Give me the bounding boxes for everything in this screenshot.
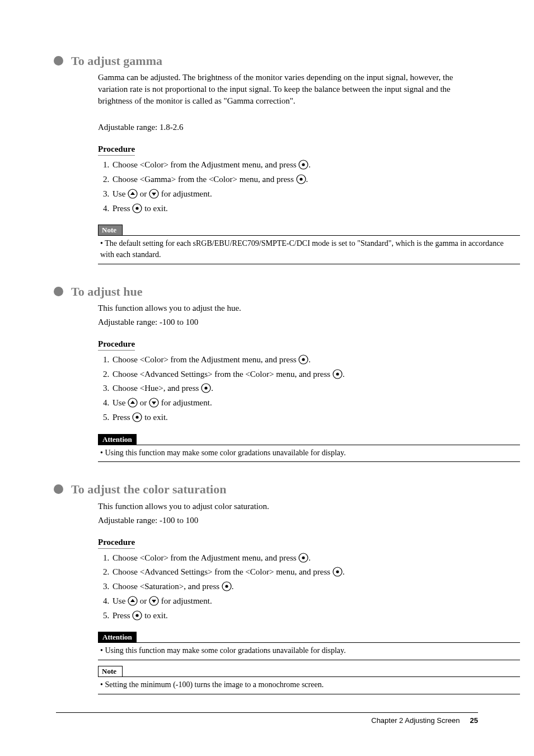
svg-point-13 xyxy=(205,387,208,390)
step-text: to exit. xyxy=(142,413,167,422)
svg-point-17 xyxy=(136,416,139,418)
enter-icon xyxy=(298,160,308,174)
note-label: Note xyxy=(98,225,123,236)
step-text: for adjustment. xyxy=(159,398,212,407)
step-text: Choose <Color> from the Adjustment menu,… xyxy=(113,553,298,562)
step-text: Use xyxy=(113,596,128,605)
step-text: to exit. xyxy=(142,204,167,213)
enter-icon xyxy=(132,412,142,426)
proc-step: Choose <Color> from the Adjustment menu,… xyxy=(111,354,478,368)
proc-step: Choose <Gamma> from the <Color> menu, an… xyxy=(111,174,478,188)
heading-row: To adjust hue xyxy=(56,284,478,299)
bullet-icon xyxy=(54,287,63,296)
section-intro: Gamma can be adjusted. The brightness of… xyxy=(98,72,478,107)
svg-point-27 xyxy=(136,614,139,617)
divider xyxy=(98,660,520,660)
proc-step: Use or for adjustment. xyxy=(111,188,478,203)
enter-icon xyxy=(332,567,343,581)
procedure-list: Choose <Color> from the Adjustment menu,… xyxy=(98,159,478,217)
heading-row: To adjust gamma xyxy=(56,54,478,68)
step-text: Choose <Color> from the Adjustment menu,… xyxy=(113,355,298,364)
step-text: Use xyxy=(113,189,128,198)
step-text: Press xyxy=(113,204,132,213)
step-text: . xyxy=(306,175,308,184)
step-text: . xyxy=(232,582,234,591)
step-text: Choose <Hue>, and press xyxy=(113,384,201,393)
bullet-icon xyxy=(54,56,63,66)
step-text: for adjustment. xyxy=(159,596,212,605)
section-saturation: To adjust the color saturation This func… xyxy=(56,482,478,694)
procedure-label: Procedure xyxy=(98,538,135,549)
enter-icon xyxy=(298,354,308,368)
proc-step: Choose <Color> from the Adjustment menu,… xyxy=(111,552,478,567)
enter-icon xyxy=(132,203,142,217)
enter-icon xyxy=(332,369,343,383)
proc-step: Choose <Advanced Settings> from the <Col… xyxy=(111,368,478,383)
attention-label: Attention xyxy=(98,434,137,445)
step-text: . xyxy=(308,160,311,169)
proc-step: Choose <Advanced Settings> from the <Col… xyxy=(111,566,478,581)
step-text: Choose <Gamma> from the <Color> menu, an… xyxy=(113,175,296,184)
svg-point-9 xyxy=(302,358,305,361)
step-text: . xyxy=(343,567,345,576)
step-text: for adjustment. xyxy=(159,189,212,198)
proc-step: Choose <Color> from the Adjustment menu,… xyxy=(111,159,478,174)
step-text: . xyxy=(308,553,311,562)
enter-icon xyxy=(296,174,306,188)
proc-step: Press to exit. xyxy=(111,610,478,624)
step-text: Choose <Advanced Settings> from the <Col… xyxy=(113,567,332,576)
section-intro: This function allows you to adjust the h… xyxy=(98,302,478,314)
attention-box: Attention Using this function may make s… xyxy=(98,434,520,463)
enter-icon xyxy=(201,383,211,397)
step-text: Choose <Color> from the Adjustment menu,… xyxy=(113,160,298,169)
step-text: to exit. xyxy=(142,611,167,620)
step-text: Press xyxy=(113,611,132,620)
proc-step: Press to exit. xyxy=(111,412,478,426)
down-icon xyxy=(149,596,159,610)
note-label: Note xyxy=(98,666,123,677)
attention-label: Attention xyxy=(98,632,137,643)
down-icon xyxy=(149,398,159,412)
attention-box: Attention Using this function may make s… xyxy=(98,632,520,660)
svg-point-3 xyxy=(299,178,302,181)
divider xyxy=(98,461,520,462)
attention-text: Using this function may make some color … xyxy=(98,445,520,462)
proc-step: Use or for adjustment. xyxy=(111,595,478,610)
procedure-label: Procedure xyxy=(98,339,135,351)
section-gamma: To adjust gamma Gamma can be adjusted. T… xyxy=(56,54,478,264)
document-page: To adjust gamma Gamma can be adjusted. T… xyxy=(0,0,534,756)
heading-row: To adjust the color saturation xyxy=(56,482,478,497)
step-text: Choose <Advanced Settings> from the <Col… xyxy=(113,370,332,379)
bullet-icon xyxy=(54,484,63,494)
divider xyxy=(98,264,520,264)
adjustable-range: Adjustable range: -100 to 100 xyxy=(98,318,478,327)
svg-point-21 xyxy=(336,571,339,573)
svg-point-7 xyxy=(136,207,139,209)
up-icon xyxy=(128,189,138,203)
step-text: or xyxy=(138,398,149,407)
note-box: Note Setting the minimum (-100) turns th… xyxy=(98,666,520,694)
step-text: . xyxy=(308,355,311,364)
section-intro: This function allows you to adjust color… xyxy=(98,501,478,512)
procedure-label: Procedure xyxy=(98,144,135,156)
svg-point-23 xyxy=(225,585,228,588)
section-heading: To adjust gamma xyxy=(71,54,162,68)
proc-step: Press to exit. xyxy=(111,203,478,217)
enter-icon xyxy=(222,581,232,595)
footer-page-number: 25 xyxy=(470,716,478,725)
step-text: . xyxy=(343,370,345,379)
footer-chapter: Chapter 2 Adjusting Screen xyxy=(371,716,460,725)
procedure-list: Choose <Color> from the Adjustment menu,… xyxy=(98,552,478,624)
proc-step: Choose <Hue>, and press . xyxy=(111,382,478,397)
up-icon xyxy=(128,596,138,610)
procedure-list: Choose <Color> from the Adjustment menu,… xyxy=(98,354,478,426)
page-footer: Chapter 2 Adjusting Screen 25 xyxy=(56,712,478,725)
divider xyxy=(98,694,520,694)
svg-point-19 xyxy=(302,556,305,559)
note-box: Note The default setting for each sRGB/E… xyxy=(98,225,520,264)
section-hue: To adjust hue This function allows you t… xyxy=(56,284,478,463)
adjustable-range: Adjustable range: -100 to 100 xyxy=(98,516,478,525)
svg-point-1 xyxy=(302,164,305,166)
step-text: Choose <Saturation>, and press xyxy=(113,582,222,591)
step-text: Press xyxy=(113,413,132,422)
